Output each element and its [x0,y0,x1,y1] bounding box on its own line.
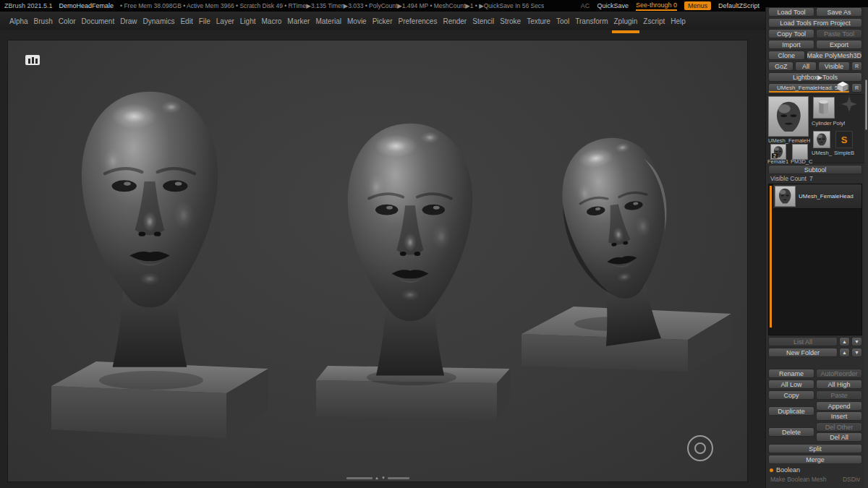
append-button[interactable]: Append [816,401,862,411]
see-through-slider[interactable]: See-through 0 [636,1,677,11]
load-tool-button[interactable]: Load Tool [768,7,814,17]
tool-palette-body: Load Tool Save As Load Tools From Projec… [766,7,864,483]
new-folder-button[interactable]: New Folder [768,348,838,357]
female-tool-thumbnail[interactable]: 2 [770,144,786,160]
menu-picker[interactable]: Picker [372,16,393,27]
panel-spacer [766,359,864,369]
subtool-section-header[interactable]: Subtool [768,165,862,174]
all-high-button[interactable]: All High [816,380,862,389]
copy-subtool-button[interactable]: Copy [768,390,814,400]
menu-layer[interactable]: Layer [216,16,235,27]
copy-tool-button[interactable]: Copy Tool [768,29,814,38]
marker-bar-icon [35,59,38,64]
simplebrush-tool-label: SimpleB [834,150,859,156]
menu-movie[interactable]: Movie [346,16,367,27]
goz-all-button[interactable]: All [795,61,816,71]
subtool-up-button[interactable]: ▲ [839,337,850,346]
head-right[interactable] [522,131,731,372]
menu-texture[interactable]: Texture [526,16,551,27]
save-as-button[interactable]: Save As [816,7,862,17]
pm3d-tool-thumbnail[interactable] [792,144,808,160]
marker-bar-icon [28,59,30,64]
scroll-bar-right[interactable] [388,477,409,479]
menu-document[interactable]: Document [81,16,116,27]
head-left[interactable] [51,92,268,438]
subtool-list[interactable]: UMesh_FemaleHead [768,184,862,335]
menus-toggle[interactable]: Menus [684,1,711,10]
quickpick-star-icon[interactable] [840,95,859,114]
scroll-bar-left[interactable] [346,477,373,479]
umesh-tool-thumbnail[interactable] [813,131,830,148]
export-button[interactable]: Export [816,40,862,49]
cylinder-tool-thumbnail[interactable] [813,97,835,119]
cylinder-tool-label: Cylinder PolyMes [812,120,845,127]
paste-subtool-button: Paste [816,390,862,400]
menu-material[interactable]: Material [315,16,342,27]
delete-button[interactable]: Delete [768,427,814,437]
load-tools-from-project-button[interactable]: Load Tools From Project [768,18,862,27]
sculpt-viewport[interactable]: ▲ ▼ [7,40,748,482]
quicksave-button[interactable]: QuickSave [597,2,629,9]
split-section-button[interactable]: Split [768,444,862,453]
active-tool-label: UMesh_FemaleH [768,137,810,144]
menu-color[interactable]: Color [58,16,77,27]
menu-zplugin[interactable]: Zplugin [613,16,639,27]
panel-scrollbar-thumb[interactable] [865,80,867,130]
visible-count-label: Visible Count [770,175,807,182]
status-stats: • Free Mem 38.098GB • Active Mem 3966 • … [120,2,544,9]
menu-file[interactable]: File [198,16,211,27]
menu-preferences[interactable]: Preferences [397,16,438,27]
menu-stroke[interactable]: Stroke [499,16,522,27]
goz-visible-button[interactable]: Visible [818,61,850,71]
menu-tool[interactable]: Tool [556,16,570,27]
menu-zscript[interactable]: Zscript [642,16,665,27]
del-all-button[interactable]: Del All [816,432,862,442]
visible-count-row: Visible Count 7 [770,175,860,182]
subtool-scrollbar[interactable] [770,186,772,328]
duplicate-button[interactable]: Duplicate [768,406,814,416]
menu-stencil[interactable]: Stencil [472,16,495,27]
subtool-selected-item[interactable]: UMesh_FemaleHead [773,184,861,209]
menu-draw[interactable]: Draw [119,16,137,27]
polymesh-cube-icon [836,80,849,93]
boolean-dot-icon [770,468,773,472]
make-boolean-row: Make Boolean Mesh DSDiv [770,476,860,483]
active-tool-thumbnail[interactable] [768,96,809,137]
scroll-up-icon[interactable]: ▲ [375,476,379,480]
subtool-down-button[interactable]: ▼ [851,337,862,346]
menu-render[interactable]: Render [442,16,467,27]
all-low-button[interactable]: All Low [768,380,814,389]
menu-marker[interactable]: Marker [286,16,310,27]
clone-button[interactable]: Clone [768,51,805,60]
insert-button[interactable]: Insert [816,411,862,421]
panel-scrollbar[interactable] [864,7,868,488]
head-center[interactable] [316,124,510,419]
canvas-marker-icon[interactable] [25,55,40,65]
menu-help[interactable]: Help [670,16,686,27]
boolean-section-header[interactable]: Boolean [770,466,861,474]
rename-button[interactable]: Rename [768,369,814,378]
menu-light[interactable]: Light [239,16,257,27]
simplebrush-tool-thumbnail[interactable]: S [835,131,853,148]
current-tool-r-button[interactable]: R [851,83,862,93]
menu-dynamics[interactable]: Dynamics [142,16,176,27]
camera-orbit-ring[interactable] [687,435,713,461]
menu-macro[interactable]: Macro [261,16,283,27]
default-zscript-button[interactable]: DefaultZScript [718,2,760,9]
menu-transform[interactable]: Transform [574,16,608,27]
menu-edit[interactable]: Edit [179,16,193,27]
tool-thumbnails: UMesh_FemaleH Cylinder PolyMes UMesh_ S … [766,94,864,163]
import-button[interactable]: Import [768,40,814,49]
merge-section-button[interactable]: Merge [768,455,862,464]
folder-up-button[interactable]: ▲ [839,348,850,357]
simplebrush-s-glyph: S [841,134,848,145]
menu-brush[interactable]: Brush [33,16,54,27]
subtool-item-label: UMesh_FemaleHead [799,193,854,200]
goz-r-button[interactable]: R [851,61,862,71]
make-polymesh3d-button[interactable]: Make PolyMesh3D [807,51,862,60]
goz-button[interactable]: GoZ [768,61,793,71]
canvas-scroll-hint[interactable]: ▲ ▼ [346,476,409,480]
folder-down-button[interactable]: ▼ [851,348,862,357]
menu-alpha[interactable]: Alpha [9,16,29,27]
scroll-down-icon[interactable]: ▼ [381,476,386,480]
